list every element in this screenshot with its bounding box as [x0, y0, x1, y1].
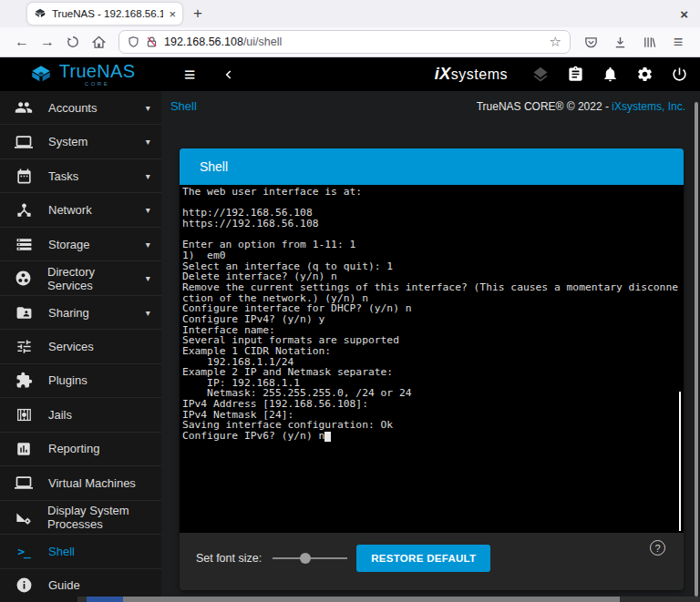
sidenav-toggle-icon[interactable]: ≡ [184, 65, 195, 84]
sidebar-item-system[interactable]: System ▾ [0, 125, 161, 158]
truenas-favicon-icon [34, 7, 46, 20]
sidebar-item-sharing[interactable]: Sharing ▾ [0, 296, 161, 330]
system-processes-icon [15, 508, 32, 525]
ixsystems-link[interactable]: iXsystems, Inc. [612, 100, 685, 113]
sidebar-item-label: Services [48, 340, 94, 353]
accounts-people-icon [15, 98, 33, 117]
sidebar-item-reporting[interactable]: Reporting [0, 433, 161, 466]
url-host: 192.168.56.108 [164, 36, 243, 48]
download-icon[interactable] [607, 30, 633, 54]
font-size-slider[interactable] [273, 552, 347, 565]
slider-thumb[interactable] [300, 553, 311, 564]
sidebar-item-storage[interactable]: Storage ▾ [0, 228, 161, 261]
sidebar-item-label: Shell [48, 545, 75, 558]
notifications-bell-icon[interactable] [602, 66, 619, 83]
shell-card-header: Shell [180, 148, 684, 185]
sidebar-item-virtual-machines[interactable]: Virtual Machines [0, 466, 161, 500]
terminal-output: The web user interface is at: http://192… [182, 187, 678, 431]
terminal-scrollbar[interactable] [679, 392, 681, 531]
url-bar[interactable]: 192.168.56.108/ui/shell ☆ [118, 30, 571, 54]
content-area: Shell TrueNAS CORE® © 2022 - iXsystems, … [161, 91, 700, 602]
chevron-down-icon: ▾ [146, 103, 150, 113]
shell-terminal-icon: >_ [15, 545, 33, 558]
sidebar-item-display-system-processes[interactable]: Display System Processes [0, 501, 161, 535]
sidebar-item-label: Accounts [48, 101, 97, 115]
sidebar-item-plugins[interactable]: Plugins [0, 364, 161, 398]
brand-edition: CORE [59, 81, 136, 87]
tasks-calendar-icon [15, 168, 33, 185]
guide-info-icon [15, 576, 33, 594]
breadcrumb-bar: Shell TrueNAS CORE® © 2022 - iXsystems, … [161, 91, 700, 121]
url-path: /ui/shell [243, 36, 282, 48]
sidebar-item-label: System [48, 135, 88, 148]
pocket-icon[interactable] [578, 30, 603, 54]
chevron-down-icon: ▾ [146, 171, 150, 181]
sidebar-item-label: Plugins [48, 373, 88, 387]
sidebar-item-label: Guide [48, 578, 80, 592]
reporting-chart-icon [15, 441, 33, 457]
chevron-down-icon: ▾ [146, 273, 150, 283]
network-hub-icon [15, 201, 33, 219]
shell-card-title: Shell [200, 159, 228, 174]
restore-default-button[interactable]: RESTORE DEFAULT [356, 545, 490, 572]
reload-button[interactable] [60, 30, 86, 54]
sidebar-item-label: Tasks [48, 169, 78, 183]
chevron-down-icon: ▾ [146, 308, 150, 318]
forward-button[interactable]: → [35, 30, 60, 54]
browser-window: TrueNAS - 192.168.56.108 × + × ← → 192.1… [0, 0, 700, 602]
shield-icon[interactable] [128, 36, 139, 48]
sidebar-item-jails[interactable]: Jails [0, 398, 161, 432]
browser-tab[interactable]: TrueNAS - 192.168.56.108 × [27, 3, 182, 25]
toolbar-right: ≡ [578, 30, 691, 54]
home-button[interactable] [86, 30, 111, 54]
back-button[interactable]: ← [9, 30, 35, 54]
chevron-down-icon: ▾ [146, 137, 150, 147]
power-icon[interactable] [671, 66, 688, 83]
insecure-lock-icon[interactable] [146, 36, 158, 48]
tab-title: TrueNAS - 192.168.56.108 [52, 8, 163, 19]
sidebar: Accounts ▾ System ▾ Tasks ▾ Network ▾ St… [0, 91, 161, 602]
brand-name: TrueNAS [59, 62, 136, 80]
sidebar-item-accounts[interactable]: Accounts ▾ [0, 91, 161, 125]
menu-icon[interactable]: ≡ [665, 30, 691, 54]
help-icon[interactable]: ? [650, 540, 665, 556]
terminal[interactable]: The web user interface is at: http://192… [180, 185, 684, 533]
font-size-label: Set font size: [196, 552, 262, 565]
chevron-down-icon: ▾ [146, 240, 150, 250]
settings-gear-icon[interactable] [636, 66, 654, 83]
plugins-puzzle-icon [15, 372, 33, 389]
system-laptop-icon [15, 133, 33, 151]
jails-icon [15, 406, 33, 423]
tab-bar: TrueNAS - 192.168.56.108 × + × [0, 0, 700, 27]
chevron-down-icon: ▾ [146, 205, 150, 215]
truecommand-icon[interactable] [531, 66, 550, 84]
sharing-folder-icon [15, 304, 33, 321]
sidebar-item-label: Jails [48, 408, 72, 422]
breadcrumb-shell-link[interactable]: Shell [170, 99, 197, 113]
sidebar-item-label: Sharing [48, 306, 89, 320]
ixsystems-logo: iXsystems [435, 65, 508, 84]
sidebar-item-label: Virtual Machines [48, 476, 136, 490]
app-header: TrueNAS CORE ≡ iXsystems [0, 57, 700, 91]
page-horizontal-scrollbar[interactable] [123, 597, 620, 602]
shell-card-footer: Set font size: RESTORE DEFAULT ? [180, 533, 684, 590]
sidebar-item-services[interactable]: Services [0, 330, 161, 363]
sidebar-item-directory-services[interactable]: Directory Services ▾ [0, 261, 161, 295]
sidebar-item-shell[interactable]: >_ Shell [0, 535, 161, 568]
virtual-machines-icon [15, 474, 33, 492]
terminal-last-line: Configure IPv6? (y/n) n [182, 431, 324, 442]
sidebar-item-tasks[interactable]: Tasks ▾ [0, 159, 161, 193]
window-close-icon[interactable]: × [680, 6, 688, 22]
collapse-chevron-icon[interactable] [222, 68, 235, 81]
jobs-clipboard-icon[interactable] [567, 66, 584, 83]
truenas-logo: TrueNAS CORE [0, 62, 164, 87]
services-tune-icon [15, 338, 33, 355]
sidebar-item-network[interactable]: Network ▾ [0, 193, 161, 227]
page-vertical-scrollbar[interactable] [695, 102, 698, 597]
new-tab-button[interactable]: + [193, 5, 202, 23]
bookmark-star-icon[interactable]: ☆ [550, 34, 561, 50]
tab-close-icon[interactable]: × [169, 7, 176, 21]
shell-card: Shell The web user interface is at: http… [180, 148, 684, 590]
copyright-text: TrueNAS CORE® © 2022 - iXsystems, Inc. [477, 100, 685, 113]
library-icon[interactable] [636, 30, 662, 54]
